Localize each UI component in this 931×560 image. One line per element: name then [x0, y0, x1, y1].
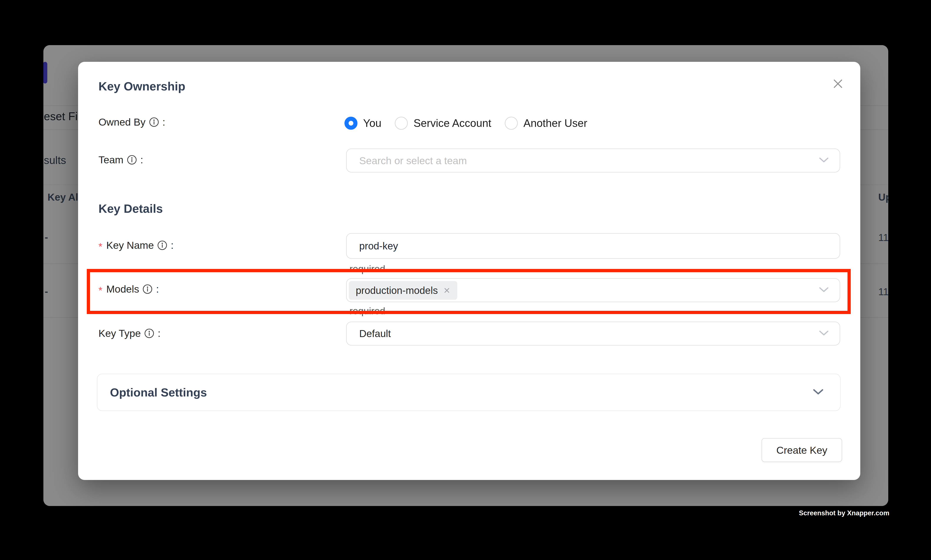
radio-option-another-user[interactable]: Another User: [505, 117, 588, 130]
watermark-text: Screenshot by Xnapper.com: [799, 510, 889, 516]
info-icon: [143, 284, 152, 294]
models-label: * Models :: [98, 284, 159, 294]
optional-settings-toggle[interactable]: Optional Settings: [97, 374, 840, 411]
key-name-value: prod-key: [359, 241, 398, 251]
chevron-down-icon: [819, 330, 829, 337]
chevron-down-icon: [819, 157, 829, 164]
models-select[interactable]: production-models: [346, 278, 840, 302]
key-name-validation: required: [349, 264, 385, 274]
info-icon: [157, 240, 167, 250]
remove-tag-icon[interactable]: [443, 286, 451, 294]
chevron-down-icon: [819, 287, 829, 294]
team-label: Team :: [98, 155, 143, 165]
selected-model-tag-label: production-models: [356, 285, 438, 295]
close-button[interactable]: [830, 77, 846, 92]
info-icon: [149, 117, 159, 127]
radio-option-service-account[interactable]: Service Account: [395, 117, 491, 130]
radio-option-you[interactable]: You: [345, 117, 381, 130]
section-title-key-details: Key Details: [98, 203, 163, 215]
key-name-label: * Key Name :: [98, 240, 174, 250]
required-asterisk: *: [98, 285, 102, 295]
radio-unselected-icon: [505, 117, 518, 130]
key-type-value: Default: [359, 329, 391, 338]
required-asterisk: *: [98, 242, 102, 252]
team-select[interactable]: Search or select a team: [346, 149, 840, 172]
info-icon: [144, 328, 154, 338]
close-icon: [832, 78, 843, 90]
create-key-button[interactable]: Create Key: [762, 438, 842, 462]
key-type-select[interactable]: Default: [346, 322, 840, 346]
owned-by-radio-group: You Service Account Another User: [345, 116, 588, 130]
radio-selected-icon: [345, 117, 357, 130]
key-type-label: Key Type :: [98, 328, 160, 338]
models-validation: required: [349, 306, 385, 316]
screenshot-root: eset Filt sults Key Alia Up - 11/ - 11/ …: [0, 0, 931, 560]
info-icon: [127, 155, 137, 165]
key-name-input[interactable]: prod-key: [346, 233, 840, 259]
section-title-key-ownership: Key Ownership: [98, 80, 185, 92]
owned-by-label: Owned By :: [98, 117, 165, 127]
optional-settings-title: Optional Settings: [110, 386, 207, 398]
chevron-down-icon: [813, 389, 823, 396]
radio-unselected-icon: [395, 117, 408, 130]
create-key-modal: Key Ownership Owned By :: [78, 62, 860, 480]
selected-model-tag: production-models: [349, 281, 457, 300]
team-select-placeholder: Search or select a team: [359, 155, 467, 166]
